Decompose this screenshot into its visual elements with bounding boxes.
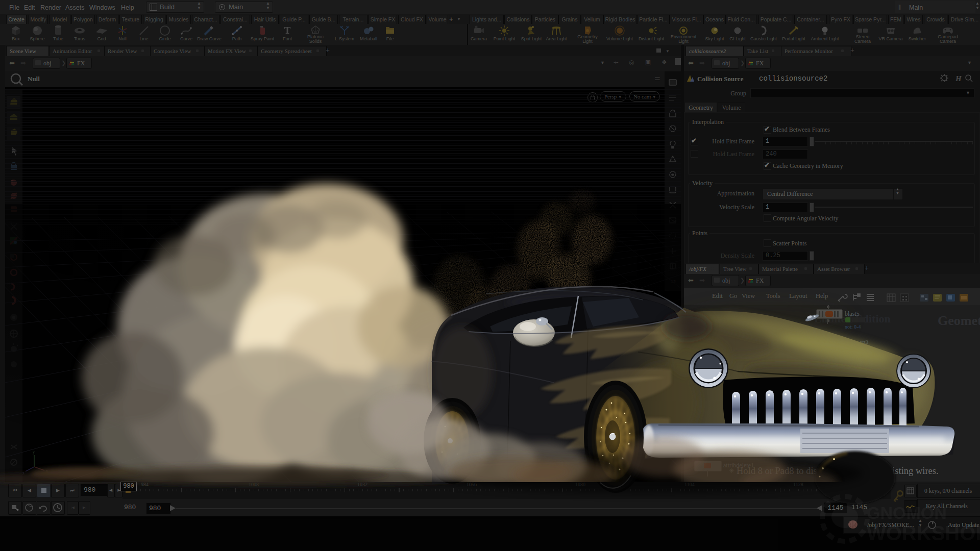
svg-text:Spot Light: Spot Light <box>521 36 542 41</box>
svg-text:Circle: Circle <box>159 36 170 41</box>
svg-text:z: z <box>22 471 24 474</box>
svg-text:Distant Light: Distant Light <box>639 36 665 41</box>
svg-text:Portal Light: Portal Light <box>782 36 805 41</box>
svg-text:Sphere: Sphere <box>30 36 44 41</box>
svg-text:Point Light: Point Light <box>494 36 516 41</box>
svg-text:L-System: L-System <box>335 36 354 41</box>
svg-text:Font: Font <box>283 36 292 41</box>
svg-text:Area Light: Area Light <box>546 36 567 41</box>
svg-text:Camera: Camera <box>854 39 871 44</box>
svg-text:Camera: Camera <box>940 39 956 44</box>
svg-text:Solids: Solids <box>309 39 322 44</box>
svg-text:Tube: Tube <box>53 36 63 41</box>
svg-text:Spray Paint: Spray Paint <box>251 36 275 41</box>
svg-text:GI Light: GI Light <box>729 36 746 41</box>
svg-text:Metaball: Metaball <box>360 36 377 41</box>
svg-text:Camera: Camera <box>471 36 487 41</box>
svg-text:Grid: Grid <box>97 36 106 41</box>
svg-text:Ambient Light: Ambient Light <box>811 36 839 41</box>
svg-text:Light: Light <box>678 39 689 44</box>
svg-text:Volume Light: Volume Light <box>606 36 633 41</box>
svg-text:Light: Light <box>582 39 593 44</box>
svg-text:T: T <box>284 25 291 36</box>
svg-text:H: H <box>955 74 962 83</box>
svg-text:Switcher: Switcher <box>909 36 926 41</box>
svg-text:12: 12 <box>671 279 676 284</box>
svg-text:Sky Light: Sky Light <box>705 36 724 41</box>
svg-text:Caustic Light: Caustic Light <box>750 36 777 41</box>
svg-text:Torus: Torus <box>74 36 86 41</box>
svg-text:Curve: Curve <box>180 36 192 41</box>
svg-text:Path: Path <box>232 36 242 41</box>
svg-text:Null: Null <box>118 36 127 41</box>
svg-text:x: x <box>46 469 48 473</box>
svg-text:File: File <box>386 36 394 41</box>
svg-text:Line: Line <box>139 36 148 41</box>
svg-text:VR Camera: VR Camera <box>878 36 902 41</box>
svg-text:y: y <box>33 450 35 455</box>
svg-text:Box: Box <box>12 36 20 41</box>
svg-text:Draw Curve: Draw Curve <box>197 36 222 41</box>
